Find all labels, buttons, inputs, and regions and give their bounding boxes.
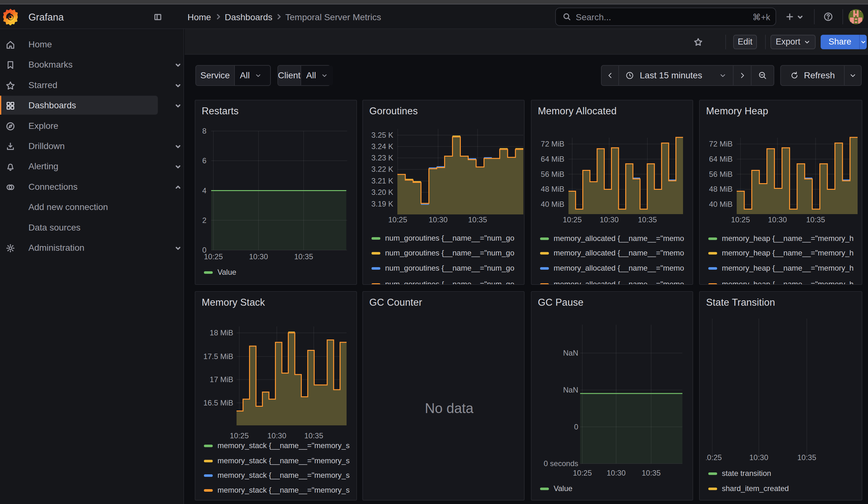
svg-text:0 seconds: 0 seconds <box>544 459 578 468</box>
svg-text:3.24 K: 3.24 K <box>372 142 393 151</box>
svg-text:3.23 K: 3.23 K <box>372 154 393 162</box>
svg-text:3.25 K: 3.25 K <box>372 131 393 139</box>
svg-text:56 MiB: 56 MiB <box>709 170 733 178</box>
svg-text:40 MiB: 40 MiB <box>709 200 733 208</box>
svg-text:3.19 K: 3.19 K <box>372 199 393 208</box>
svg-text:16.5 MiB: 16.5 MiB <box>203 399 233 407</box>
svg-text:4: 4 <box>202 186 206 195</box>
svg-text:64 MiB: 64 MiB <box>541 155 564 163</box>
svg-text:72 MiB: 72 MiB <box>709 140 733 148</box>
svg-text:10:35: 10:35 <box>638 215 657 224</box>
svg-text:3.20 K: 3.20 K <box>372 188 393 196</box>
svg-text:10:35: 10:35 <box>797 453 816 462</box>
svg-text:10:35: 10:35 <box>806 215 825 224</box>
svg-text:10:30: 10:30 <box>249 252 268 261</box>
svg-text:3.21 K: 3.21 K <box>372 176 393 185</box>
svg-text:3.22 K: 3.22 K <box>372 165 393 173</box>
svg-text:10:25: 10:25 <box>230 431 249 440</box>
svg-text:10:35: 10:35 <box>304 431 323 440</box>
svg-text:72 MiB: 72 MiB <box>541 140 564 148</box>
svg-text:10:30: 10:30 <box>600 215 619 224</box>
svg-text:10:25: 10:25 <box>204 252 223 261</box>
svg-text:NaN: NaN <box>563 385 578 394</box>
svg-text:10:25: 10:25 <box>388 215 407 224</box>
svg-text:10:35: 10:35 <box>294 252 313 261</box>
svg-text:NaN: NaN <box>563 349 578 357</box>
svg-text:10:30: 10:30 <box>428 215 447 224</box>
svg-text:10:25: 10:25 <box>703 453 722 462</box>
svg-text:48 MiB: 48 MiB <box>541 185 564 193</box>
svg-text:48 MiB: 48 MiB <box>709 185 733 193</box>
svg-text:10:30: 10:30 <box>768 215 787 224</box>
svg-text:10:25: 10:25 <box>563 215 582 224</box>
svg-text:10:30: 10:30 <box>749 453 768 462</box>
svg-text:10:30: 10:30 <box>267 431 286 440</box>
svg-text:10:35: 10:35 <box>468 215 487 224</box>
svg-text:18 MiB: 18 MiB <box>209 328 233 337</box>
svg-text:6: 6 <box>202 156 206 165</box>
svg-text:10:25: 10:25 <box>731 215 750 224</box>
svg-text:40 MiB: 40 MiB <box>541 200 564 208</box>
svg-text:10:25: 10:25 <box>573 469 592 477</box>
svg-text:8: 8 <box>202 127 206 135</box>
svg-text:2: 2 <box>202 216 206 225</box>
svg-text:17 MiB: 17 MiB <box>209 375 233 384</box>
svg-text:17.5 MiB: 17.5 MiB <box>203 352 233 361</box>
svg-text:10:35: 10:35 <box>642 469 661 477</box>
svg-text:56 MiB: 56 MiB <box>541 170 564 178</box>
svg-text:10:30: 10:30 <box>607 469 626 477</box>
svg-text:64 MiB: 64 MiB <box>709 155 733 163</box>
svg-text:0: 0 <box>574 422 578 431</box>
